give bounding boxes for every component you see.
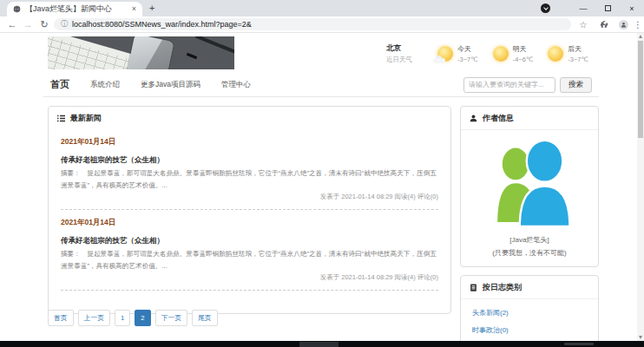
search-box: 搜索 <box>463 77 592 93</box>
news-heading-label: 最新新闻 <box>70 113 102 124</box>
weather-day-after: 后天 -3~7℃ <box>548 44 588 63</box>
pagination-next[interactable]: 下一页 <box>155 310 187 326</box>
two-people-avatar-icon <box>488 139 571 226</box>
pagination-prev[interactable]: 上一页 <box>78 310 110 326</box>
chevron-down-icon <box>543 5 549 10</box>
forward-icon[interactable]: → <box>21 16 35 32</box>
news-summary: 摘要： 提起景泰蓝，那可谓是大名鼎鼎。景泰蓝即铜胎掐丝珐琅，它位于“燕京八绝”之… <box>61 167 438 192</box>
news-meta: 发表于 2021-01-14 08:29 阅读(4) 评论(0) <box>61 273 438 282</box>
window-controls: — × <box>571 0 644 16</box>
author-info-panel: 作者信息 [Java烂笔头] (只要我想，没有不可能) <box>460 106 599 267</box>
weather-day-temp: -3~7℃ <box>457 56 478 63</box>
maximize-icon <box>605 5 611 11</box>
tab-title: 【Java烂笔头】新闻中心 <box>25 3 128 15</box>
categories-panel-heading: 按日志类别 <box>461 276 598 299</box>
browser-toolbar: ← → ↻ ⓘ localhost:8080/SSMNews_war/index… <box>0 16 644 33</box>
notebook-icon <box>470 284 477 291</box>
news-title-link[interactable]: 传承好老祖宗的技艺（众生相） <box>61 236 438 246</box>
pagination-page-1[interactable]: 1 <box>115 310 130 326</box>
weather-day-tomorrow: 明天 -4~6℃ <box>493 44 534 63</box>
weather-day-today: 今天 -3~7℃ <box>437 44 478 63</box>
site-info-icon[interactable]: ⓘ <box>61 21 68 28</box>
list-icon <box>57 115 65 122</box>
phone-graphic <box>124 36 174 69</box>
main-navbar: 首页 系统介绍 更多Java项目源码 管理中心 搜索 <box>43 73 599 97</box>
dashed-divider <box>61 290 438 291</box>
search-button[interactable]: 搜索 <box>560 77 592 93</box>
windows-taskbar[interactable] <box>0 341 644 347</box>
bookmark-star-icon[interactable]: ☆ <box>576 16 590 32</box>
browser-update-icon[interactable] <box>541 3 550 13</box>
weather-note: 近日天气 <box>386 56 423 64</box>
pagination-page-2-active[interactable]: 2 <box>135 310 150 326</box>
news-meta: 发表于 2021-01-14 08:29 阅读(4) 评论(0) <box>61 193 438 201</box>
nav-item-more-java-source[interactable]: 更多Java项目源码 <box>141 80 200 90</box>
maximize-button[interactable] <box>595 4 620 13</box>
news-date: 2021年01月14日 <box>61 218 438 228</box>
news-title-link[interactable]: 传承好老祖宗的技艺（众生相） <box>61 155 438 166</box>
browser-window: 【Java烂笔头】新闻中心 × + — × ← → ↻ ⓘ localhost:… <box>0 0 644 347</box>
web-page: 北京 近日天气 今天 -3~7℃ 明天 -4~6℃ 后天 -3~7℃ <box>0 33 637 341</box>
scrollbar-thumb[interactable] <box>638 41 643 138</box>
back-icon[interactable]: ← <box>5 16 19 32</box>
page-scrollbar[interactable] <box>637 33 644 341</box>
weather-widget: 北京 近日天气 今天 -3~7℃ 明天 -4~6℃ 后天 -3~7℃ <box>386 39 600 69</box>
author-name: [Java烂笔头] <box>461 235 598 245</box>
weather-day-temp: -4~6℃ <box>513 56 534 63</box>
favicon-globe-icon <box>13 5 21 13</box>
author-panel-heading: 作者信息 <box>461 107 598 130</box>
pagination: 首页 上一页 1 2 下一页 尾页 <box>48 310 218 326</box>
scroll-up-icon[interactable] <box>637 33 644 40</box>
url-text: localhost:8080/SSMNews_war/index.html?pa… <box>72 20 252 29</box>
address-bar[interactable]: ⓘ localhost:8080/SSMNews_war/index.html?… <box>54 18 571 30</box>
reload-icon[interactable]: ↻ <box>37 16 51 32</box>
nav-item-system-intro[interactable]: 系统介绍 <box>90 80 120 90</box>
category-link-politics[interactable]: 时事政治(0) <box>461 321 598 338</box>
close-button[interactable]: × <box>620 4 644 13</box>
categories-panel: 按日志类别 头条新闻(2) 时事政治(0) 通知公告(0) <box>460 275 599 341</box>
news-date: 2021年01月14日 <box>61 137 438 147</box>
author-heading-label: 作者信息 <box>483 113 514 124</box>
sidebar: 作者信息 [Java烂笔头] (只要我想，没有不可能) <box>460 106 599 341</box>
nav-item-admin-center[interactable]: 管理中心 <box>221 80 251 90</box>
categories-heading-label: 按日志类别 <box>483 282 522 293</box>
pen-tip-graphic <box>187 53 197 59</box>
sun-icon <box>493 46 509 62</box>
nav-item-home[interactable]: 首页 <box>50 78 69 91</box>
news-item: 2021年01月14日 传承好老祖宗的技艺（众生相） 摘要： 提起景泰蓝，那可谓… <box>49 129 450 203</box>
author-body: [Java烂笔头] (只要我想，没有不可能) <box>461 130 598 266</box>
search-input[interactable] <box>463 77 555 93</box>
person-icon <box>470 115 477 122</box>
weather-day-label: 后天 <box>568 44 588 54</box>
profile-avatar-icon[interactable] <box>616 16 630 32</box>
pagination-last[interactable]: 尾页 <box>192 310 218 326</box>
weather-day-temp: -3~7℃ <box>568 56 588 63</box>
pagination-first[interactable]: 首页 <box>48 310 74 326</box>
latest-news-panel: 最新新闻 2021年01月14日 传承好老祖宗的技艺（众生相） 摘要： 提起景泰… <box>48 106 451 314</box>
menu-dots-icon[interactable]: ⋮ <box>634 16 642 32</box>
header-banner-image <box>48 36 234 69</box>
category-link-headline-news[interactable]: 头条新闻(2) <box>461 304 598 321</box>
taskbar-app-icon <box>299 342 338 347</box>
scroll-down-icon[interactable] <box>637 334 644 341</box>
news-panel-heading: 最新新闻 <box>49 107 450 129</box>
minimize-button[interactable]: — <box>571 4 595 13</box>
news-item: 2021年01月14日 传承好老祖宗的技艺（众生相） 摘要： 提起景泰蓝，那可谓… <box>49 210 450 284</box>
weather-city: 北京 <box>386 43 423 54</box>
pen-graphic <box>195 36 234 57</box>
news-summary: 摘要： 提起景泰蓝，那可谓是大名鼎鼎。景泰蓝即铜胎掐丝珐琅，它位于“燕京八绝”之… <box>61 248 438 272</box>
browser-titlebar: 【Java烂笔头】新闻中心 × + — × <box>0 0 644 16</box>
author-motto: (只要我想，没有不可能) <box>461 248 598 258</box>
taskbar-clock-area <box>564 343 594 345</box>
sun-icon <box>548 46 563 62</box>
tab-close-icon[interactable]: × <box>132 5 136 13</box>
weather-day-label: 今天 <box>457 44 478 54</box>
weather-day-label: 明天 <box>513 44 534 54</box>
browser-tab[interactable]: 【Java烂笔头】新闻中心 × <box>7 2 142 16</box>
sun-cloud-icon <box>437 46 453 62</box>
new-tab-button[interactable]: + <box>149 3 154 13</box>
category-list: 头条新闻(2) 时事政治(0) 通知公告(0) <box>461 299 598 341</box>
extensions-puzzle-icon[interactable] <box>597 16 611 32</box>
